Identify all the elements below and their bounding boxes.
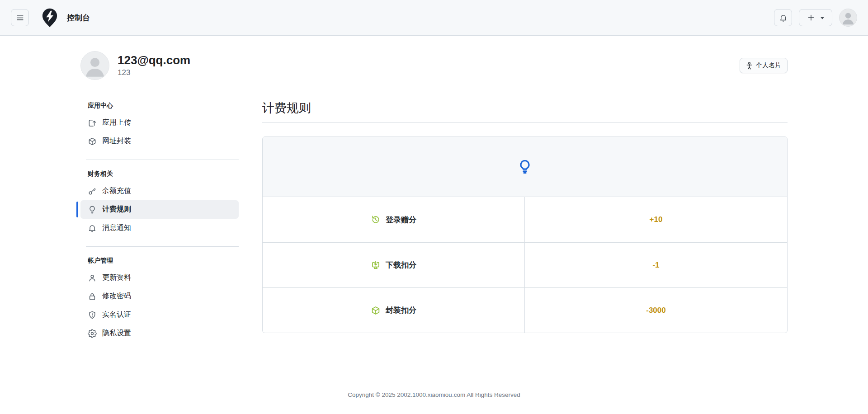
rule-value: -1 (525, 243, 787, 287)
rule-label: 封装扣分 (386, 305, 416, 315)
caret-down-icon (820, 16, 825, 19)
person-icon (88, 273, 97, 282)
sidebar-item-label: 网址封装 (102, 136, 131, 146)
rule-label: 下载扣分 (386, 260, 416, 270)
sidebar-item-label: 实名认证 (102, 310, 131, 320)
main-content: 计费规则 (262, 102, 788, 333)
bell-icon (88, 224, 97, 233)
sidebar-item-label: 消息通知 (102, 223, 131, 233)
key-icon (88, 187, 97, 196)
sidebar-item-billing-rules[interactable]: 计费规则 (80, 200, 239, 219)
rule-label-cell: 下载扣分 (263, 243, 525, 287)
sidebar-item-change-password[interactable]: 修改密码 (80, 287, 239, 306)
rule-label-cell: 封装扣分 (263, 288, 525, 333)
profile-header: 123@qq.com 123 个人名片 (80, 51, 788, 80)
person-figure-icon (746, 62, 753, 70)
lightbulb-icon (517, 159, 533, 175)
sidebar-item-label: 隐私设置 (102, 329, 131, 338)
sidebar-section-finance: 财务相关 (80, 170, 239, 182)
table-row-download-deduction: 下载扣分 -1 (263, 242, 787, 287)
desktop-download-icon (371, 260, 381, 270)
plus-icon (807, 14, 815, 22)
package-icon (88, 137, 97, 146)
sidebar-divider (86, 160, 239, 160)
package-icon (371, 306, 381, 315)
shield-exclamation-icon (88, 310, 97, 320)
page-title: 计费规则 (262, 100, 788, 116)
sidebar-item-update-profile[interactable]: 更新资料 (80, 268, 239, 287)
history-clock-icon (371, 215, 381, 225)
logo-lightning-pin-icon (40, 7, 59, 28)
create-new-button[interactable] (799, 9, 832, 26)
bell-icon (779, 14, 788, 22)
sidebar-item-label: 余额充值 (102, 186, 131, 196)
title-divider (262, 122, 788, 123)
table-row-login-bonus: 登录赠分 +10 (263, 197, 787, 242)
lock-icon (88, 292, 97, 301)
copyright-footer: Copyright © 2025 2002.1000.xiaomiou.com … (80, 391, 788, 398)
sidebar-section-app-center: 应用中心 (80, 102, 239, 113)
notifications-button[interactable] (774, 9, 792, 26)
sidebar-item-label: 修改密码 (102, 292, 131, 301)
topbar-actions (774, 9, 857, 27)
sidebar-item-label: 应用上传 (102, 118, 131, 127)
top-navigation-bar: 控制台 (0, 0, 868, 36)
app-title: 控制台 (67, 13, 90, 23)
profile-username: 123 (118, 68, 190, 77)
sidebar-item-notifications[interactable]: 消息通知 (80, 219, 239, 237)
profile-email: 123@qq.com (118, 54, 190, 67)
table-row-packaging-deduction: 封装扣分 -3000 (263, 287, 787, 333)
hamburger-menu-button[interactable] (11, 9, 29, 26)
user-avatar[interactable] (839, 9, 857, 27)
rule-label-cell: 登录赠分 (263, 197, 525, 242)
sidebar-item-app-upload[interactable]: 应用上传 (80, 113, 239, 132)
rule-label: 登录赠分 (386, 215, 416, 225)
billing-rules-table: 登录赠分 +10 下载扣分 (262, 136, 788, 333)
sidebar-divider (86, 246, 239, 247)
personal-card-button[interactable]: 个人名片 (740, 58, 788, 73)
sidebar-item-identity-verification[interactable]: 实名认证 (80, 306, 239, 324)
sidebar-item-label: 计费规则 (102, 205, 131, 214)
upload-icon (88, 118, 97, 127)
personal-card-button-label: 个人名片 (756, 61, 781, 70)
sidebar-item-url-packaging[interactable]: 网址封装 (80, 132, 239, 151)
sidebar-item-label: 更新资料 (102, 273, 131, 282)
sidebar-section-account: 帐户管理 (80, 257, 239, 268)
profile-identity: 123@qq.com 123 (118, 54, 190, 78)
billing-rules-table-header (263, 137, 787, 197)
gear-icon (88, 329, 97, 338)
sidebar-item-balance-recharge[interactable]: 余额充值 (80, 182, 239, 200)
lightbulb-icon (88, 205, 97, 214)
hamburger-icon (16, 14, 24, 22)
rule-value: +10 (525, 197, 787, 242)
sidebar-navigation: 应用中心 应用上传 网址封装 (80, 102, 239, 343)
profile-avatar (80, 51, 109, 80)
sidebar-item-privacy-settings[interactable]: 隐私设置 (80, 324, 239, 343)
rule-value: -3000 (525, 288, 787, 333)
